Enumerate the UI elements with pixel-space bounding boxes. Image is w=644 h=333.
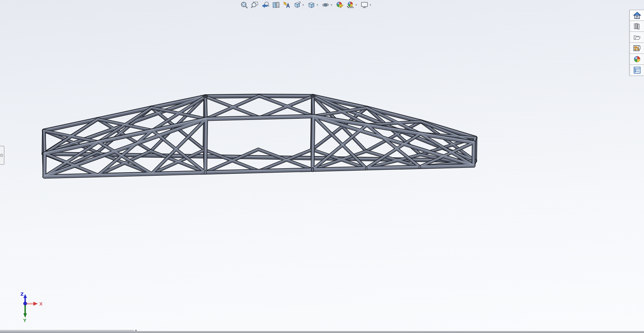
display-style-icon <box>308 1 315 9</box>
collapse-knob-icon <box>0 154 3 157</box>
view-orientation-dropdown[interactable]: ▾ <box>301 0 305 9</box>
view-settings-button[interactable] <box>360 0 369 9</box>
collapsed-panel-tab[interactable] <box>0 146 4 165</box>
appearances-ball-icon <box>633 55 641 63</box>
previous-view-button[interactable] <box>261 0 270 9</box>
section-view-icon <box>272 1 280 9</box>
apply-scene-button[interactable] <box>346 0 354 9</box>
view-orientation-button[interactable] <box>293 0 301 9</box>
z-axis-label: Z <box>20 292 24 297</box>
task-pane-tab-strip <box>629 10 644 76</box>
coordinate-triad: Z Y X <box>12 289 63 332</box>
y-axis-label: Y <box>23 318 27 323</box>
tab-appearances-scenes[interactable] <box>630 54 644 65</box>
triad-origin <box>24 302 27 305</box>
apply-scene-icon <box>347 1 354 9</box>
x-axis-label: X <box>39 302 43 307</box>
home-icon <box>633 11 641 20</box>
view-orientation-icon <box>294 1 301 9</box>
dynamic-annotation-views-button[interactable] <box>282 0 291 9</box>
custom-properties-icon <box>633 66 641 74</box>
zoom-to-fit-button[interactable] <box>240 0 248 9</box>
folder-icon <box>633 33 641 41</box>
design-library-icon <box>633 22 641 30</box>
zoom-to-area-button[interactable] <box>250 0 259 9</box>
tab-design-library[interactable] <box>630 21 644 32</box>
apply-scene-dropdown[interactable]: ▾ <box>354 0 358 9</box>
zoom-to-fit-icon <box>240 1 248 9</box>
heads-up-view-toolbar: ▾ ▾ ▾ <box>240 0 372 9</box>
display-style-button[interactable] <box>307 0 316 9</box>
edit-appearance-icon <box>336 1 343 9</box>
display-style-dropdown[interactable]: ▾ <box>316 0 319 9</box>
zoom-to-area-icon <box>251 1 259 9</box>
hide-show-items-icon <box>322 1 329 9</box>
view-settings-icon <box>361 1 368 9</box>
tab-file-explorer[interactable] <box>630 32 644 43</box>
truss-bridge-model <box>0 0 644 333</box>
graphics-area[interactable]: Z Y X <box>0 0 644 333</box>
hide-show-items-dropdown[interactable]: ▾ <box>330 0 333 9</box>
tab-custom-properties[interactable] <box>630 65 644 76</box>
y-axis: Y <box>23 304 27 323</box>
x-axis: X <box>25 302 43 307</box>
section-view-button[interactable] <box>272 0 280 9</box>
view-palette-icon <box>633 44 641 52</box>
view-settings-dropdown[interactable]: ▾ <box>369 0 372 9</box>
status-bar-edge <box>0 331 644 333</box>
hide-show-items-button[interactable] <box>321 0 330 9</box>
tab-solidworks-resources[interactable] <box>630 10 644 21</box>
tab-view-palette[interactable] <box>630 43 644 54</box>
dynamic-annotation-views-icon <box>283 1 290 9</box>
previous-view-icon <box>262 1 269 9</box>
z-axis: Z <box>20 292 27 304</box>
edit-appearance-button[interactable] <box>335 0 344 9</box>
